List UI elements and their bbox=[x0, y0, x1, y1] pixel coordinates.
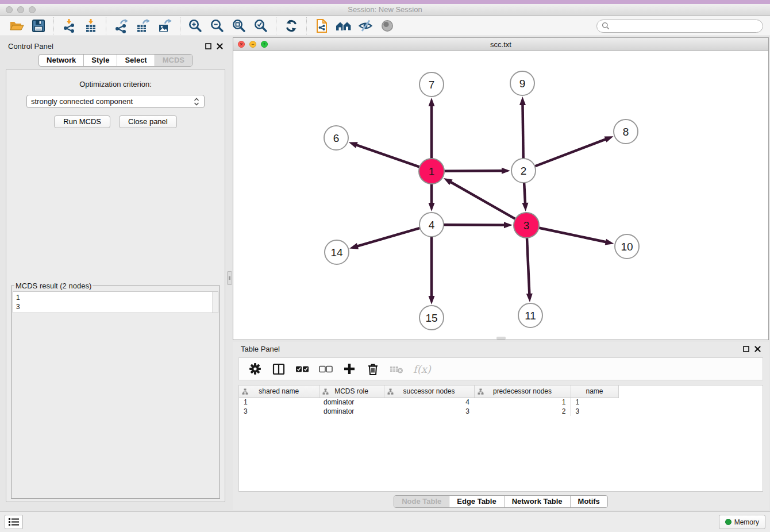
tab-node-table[interactable]: Node Table bbox=[394, 496, 449, 507]
save-session-icon[interactable] bbox=[30, 18, 47, 34]
graph-node-label: 15 bbox=[425, 312, 437, 324]
minimize-window-button[interactable] bbox=[17, 6, 24, 13]
column-label: name bbox=[586, 387, 603, 395]
graph-edge-3-1[interactable] bbox=[450, 182, 515, 219]
search-input[interactable] bbox=[612, 21, 763, 31]
cell-predecessor-nodes[interactable]: 2 bbox=[474, 407, 571, 416]
zoom-out-icon[interactable] bbox=[209, 18, 225, 34]
zoom-window-button[interactable] bbox=[29, 6, 36, 13]
delete-columns-icon[interactable] bbox=[365, 361, 381, 377]
apply-layout-icon[interactable] bbox=[283, 18, 299, 34]
node-table-body: 1dominator4113dominator323 bbox=[239, 398, 618, 416]
task-history-button[interactable] bbox=[5, 515, 23, 529]
tab-edge-table[interactable]: Edge Table bbox=[449, 496, 504, 507]
ndex-home-icon[interactable] bbox=[336, 18, 352, 34]
import-network-icon[interactable] bbox=[61, 18, 77, 34]
import-table-icon[interactable] bbox=[83, 18, 99, 34]
close-table-panel-icon[interactable] bbox=[754, 346, 761, 352]
node-table-header: shared nameMCDS rolesuccessor nodesprede… bbox=[239, 385, 618, 398]
graph-edge-1-2[interactable] bbox=[444, 171, 503, 171]
cell-shared-name[interactable]: 1 bbox=[239, 398, 319, 407]
clear-table-icon[interactable] bbox=[388, 361, 405, 377]
graph-edge-3-11[interactable] bbox=[527, 238, 529, 295]
tab-mcds[interactable]: MCDS bbox=[155, 55, 192, 66]
function-builder-icon[interactable]: f(x) bbox=[413, 363, 431, 375]
cell-successor-nodes[interactable]: 4 bbox=[384, 398, 474, 407]
graph-edge-4-14[interactable] bbox=[357, 228, 420, 246]
birdseye-view-icon[interactable] bbox=[379, 18, 395, 34]
graph-edge-arrow bbox=[605, 239, 614, 245]
graph-edge-arrow bbox=[444, 178, 453, 185]
tab-network[interactable]: Network bbox=[39, 55, 84, 66]
cell-successor-nodes[interactable]: 3 bbox=[384, 407, 474, 416]
tab-network-table[interactable]: Network Table bbox=[505, 496, 571, 507]
column-label: predecessor nodes bbox=[493, 387, 552, 395]
graph-edge-4-3[interactable] bbox=[444, 225, 505, 225]
cell-predecessor-nodes[interactable]: 1 bbox=[474, 398, 571, 407]
export-network-icon[interactable] bbox=[113, 18, 129, 34]
panel-divider-grip[interactable] bbox=[227, 271, 232, 285]
graph-edge-1-6[interactable] bbox=[356, 145, 419, 167]
minimize-view-button[interactable]: − bbox=[249, 41, 256, 48]
graph-edge-arrow bbox=[519, 97, 526, 105]
mcds-result-list: 13 bbox=[13, 292, 218, 313]
network-canvas[interactable]: 1234678910111415 bbox=[233, 51, 768, 340]
cell-name[interactable]: 3 bbox=[571, 407, 618, 416]
result-scrollbar[interactable] bbox=[212, 292, 218, 313]
graph-edge-3-10[interactable] bbox=[539, 228, 607, 242]
column-header-predecessor-nodes[interactable]: predecessor nodes bbox=[474, 385, 571, 398]
column-header-name[interactable]: name bbox=[571, 385, 618, 398]
window-title: Session: New Session bbox=[0, 4, 770, 16]
export-image-icon[interactable] bbox=[157, 18, 173, 34]
table-settings-icon[interactable] bbox=[247, 361, 263, 377]
network-window-titlebar: × − + scc.txt bbox=[233, 38, 768, 51]
graph-node-label: 9 bbox=[519, 78, 526, 90]
run-mcds-button[interactable]: Run MCDS bbox=[54, 115, 110, 128]
split-panel-icon[interactable] bbox=[271, 361, 287, 377]
cell-name[interactable]: 1 bbox=[571, 398, 618, 407]
graph-edge-2-3[interactable] bbox=[524, 183, 525, 204]
close-window-button[interactable] bbox=[6, 6, 13, 13]
cell-MCDS-role[interactable]: dominator bbox=[319, 407, 384, 416]
ndex-export-icon[interactable] bbox=[314, 18, 330, 34]
export-table-icon[interactable] bbox=[135, 18, 151, 34]
memory-button[interactable]: Memory bbox=[719, 515, 765, 529]
graph-node-label: 14 bbox=[330, 246, 343, 259]
close-view-button[interactable]: × bbox=[238, 41, 245, 48]
table-row[interactable]: 1dominator411 bbox=[239, 398, 618, 407]
maximize-view-button[interactable]: + bbox=[261, 41, 268, 48]
hide-graphics-details-icon[interactable] bbox=[357, 18, 374, 34]
float-table-panel-icon[interactable] bbox=[743, 346, 749, 352]
select-all-columns-icon[interactable] bbox=[294, 361, 310, 377]
zoom-fit-icon[interactable] bbox=[231, 18, 247, 34]
graph-edge-2-9[interactable] bbox=[522, 104, 523, 159]
graph-edge-2-8[interactable] bbox=[535, 139, 607, 167]
open-session-icon[interactable] bbox=[9, 18, 25, 34]
memory-label: Memory bbox=[734, 518, 759, 526]
zoom-in-icon[interactable] bbox=[187, 18, 203, 34]
close-panel-icon[interactable] bbox=[217, 43, 223, 49]
zoom-selected-icon[interactable] bbox=[253, 18, 269, 34]
column-header-successor-nodes[interactable]: successor nodes bbox=[384, 385, 474, 398]
canvas-resize-grip[interactable] bbox=[496, 337, 506, 340]
column-header-shared-name[interactable]: shared name bbox=[239, 385, 319, 398]
node-table[interactable]: shared nameMCDS rolesuccessor nodesprede… bbox=[239, 385, 619, 416]
status-bar: Memory bbox=[0, 511, 770, 532]
float-panel-icon[interactable] bbox=[205, 43, 211, 49]
cell-MCDS-role[interactable]: dominator bbox=[319, 398, 384, 407]
deselect-all-columns-icon[interactable] bbox=[318, 361, 334, 377]
cell-shared-name[interactable]: 3 bbox=[239, 407, 319, 416]
tab-select[interactable]: Select bbox=[117, 55, 155, 66]
mcds-result-box: 13 bbox=[13, 291, 218, 313]
table-row[interactable]: 3dominator323 bbox=[239, 407, 618, 416]
tab-motifs[interactable]: Motifs bbox=[571, 496, 607, 507]
criterion-dropdown[interactable]: strongly connected component bbox=[26, 95, 205, 108]
tab-style[interactable]: Style bbox=[84, 55, 117, 66]
graph-node-label: 2 bbox=[521, 165, 527, 177]
close-panel-button[interactable]: Close panel bbox=[119, 115, 177, 128]
column-header-MCDS-role[interactable]: MCDS role bbox=[319, 385, 384, 398]
add-column-icon[interactable] bbox=[341, 361, 357, 377]
toolbar-separator bbox=[106, 17, 106, 34]
network-graph[interactable]: 1234678910111415 bbox=[233, 51, 768, 340]
toolbar-separator bbox=[53, 17, 54, 34]
